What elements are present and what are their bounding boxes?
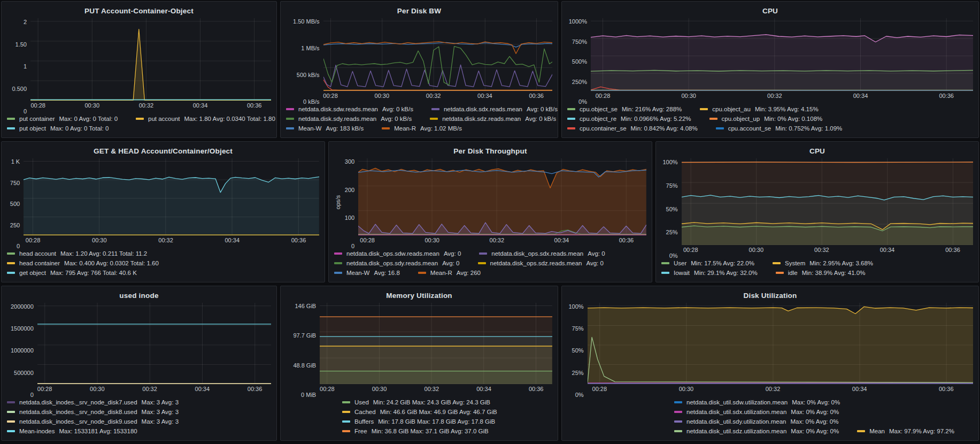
y-axis-title[interactable]: ops/s: [334, 158, 342, 246]
legend-item-free[interactable]: FreeMin: 36.8 GiB Max: 37.1 GiB Avg: 37.…: [342, 428, 489, 434]
panel-title[interactable]: Per Disk Throughput: [334, 145, 646, 158]
legend-item-netdata-disk-ops-sdw-reads-mean[interactable]: netdata.disk_ops.sdw.reads.meanAvg: 0: [334, 250, 461, 257]
legend-item-put-container[interactable]: put containerMax: 0 Avg: 0 Total: 0: [7, 116, 118, 122]
panel-title[interactable]: CPU: [661, 145, 973, 158]
x-axis[interactable]: 00:2800:3000:3200:3400:36: [37, 386, 271, 395]
legend-row[interactable]: netdata.disk_ops.sdw.reads.meanAvg: 0net…: [334, 249, 646, 258]
legend-item-user[interactable]: UserMin: 17.5% Avg: 22.0%: [661, 260, 754, 266]
legend[interactable]: netdata.disk.sdw.reads.meanAvg: 0 kB/sne…: [286, 102, 552, 133]
legend-row[interactable]: netdata.disk_ops.sdy.reads.meanAvg: 0net…: [334, 258, 646, 268]
dashboard-row[interactable]: PUT Account-Container-Object21.5010.5000…: [1, 1, 979, 138]
plot-column[interactable]: 00:2800:3000:3200:3400:36: [591, 18, 973, 102]
y-axis[interactable]: 146 GiB97.7 GiB48.8 GiB0 MiB: [286, 303, 320, 395]
y-axis[interactable]: 1 K7505002500: [7, 158, 24, 246]
chart-area[interactable]: 100%75%50%25%0%00:2800:3000:3200:3400:36: [661, 158, 973, 256]
legend-row[interactable]: FreeMin: 36.8 GiB Max: 37.1 GiB Avg: 37.…: [342, 426, 552, 436]
legend-item-netdata-disk-ops-sdy-reads-mean[interactable]: netdata.disk_ops.sdy.reads.meanAvg: 0: [334, 260, 460, 266]
plot-area[interactable]: [588, 303, 973, 384]
chart-area[interactable]: 100%75%50%25%0%00:2800:3000:3200:3400:36: [567, 303, 973, 395]
plot-area[interactable]: [591, 18, 973, 91]
legend-row[interactable]: Mean-WAvg: 16.8Mean-RAvg: 260: [334, 268, 646, 278]
legend-item-mean-inodes[interactable]: Mean-inodesMax: 1533181 Avg: 1533180: [7, 428, 137, 434]
legend-row[interactable]: netdata.disk_inodes._srv_node_disk9.used…: [7, 417, 271, 426]
legend[interactable]: put containerMax: 0 Avg: 0 Total: 0put a…: [7, 111, 271, 133]
legend-row[interactable]: netdata.disk_util.sdx.utilization.meanMa…: [674, 407, 973, 417]
legend[interactable]: UsedMin: 24.2 GiB Max: 24.3 GiB Avg: 24.…: [286, 395, 552, 436]
x-axis[interactable]: 00:2800:3000:3200:3400:36: [320, 386, 552, 395]
legend-item-netdata-disk-sdw-reads-mean[interactable]: netdata.disk.sdw.reads.meanAvg: 0 kB/s: [286, 106, 413, 112]
legend-row[interactable]: CachedMin: 46.6 GiB Max: 46.9 GiB Avg: 4…: [342, 407, 552, 417]
legend-item-netdata-disk-util-sdz-utilization-mean[interactable]: netdata.disk_util.sdz.utilization.meanMa…: [674, 428, 839, 434]
legend-row[interactable]: netdata.disk_inodes._srv_node_disk8.used…: [7, 407, 271, 417]
legend-item-cpu-container-se[interactable]: cpu.container_seMin: 0.842% Avg: 4.08%: [567, 125, 698, 132]
legend-item-netdata-disk-util-sdw-utilization-mean[interactable]: netdata.disk_util.sdw.utilization.meanMa…: [674, 399, 840, 405]
plot-area[interactable]: [24, 158, 319, 235]
legend-row[interactable]: get objectMax: 795 Avg: 766 Total: 40.6 …: [7, 268, 319, 278]
legend-item-mean-r[interactable]: Mean-RAvg: 260: [418, 270, 481, 276]
legend-item-system[interactable]: SystemMin: 2.95% Avg: 3.68%: [773, 260, 873, 266]
legend-item-cpu-object-re[interactable]: cpu.object_reMin: 0.0966% Avg: 5.22%: [567, 116, 691, 122]
legend-row[interactable]: netdata.disk_util.sdw.utilization.meanMa…: [674, 397, 973, 407]
plot-area[interactable]: [358, 158, 646, 235]
legend-item-cpu-object-au[interactable]: cpu.object_auMin: 3.95% Avg: 4.15%: [700, 106, 818, 112]
legend-row[interactable]: cpu.container_seMin: 0.842% Avg: 4.08%cp…: [567, 124, 973, 133]
legend-item-put-object[interactable]: put objectMax: 0 Avg: 0 Total: 0: [7, 125, 109, 132]
legend-item-used[interactable]: UsedMin: 24.2 GiB Max: 24.3 GiB Avg: 24.…: [342, 399, 490, 405]
legend[interactable]: UserMin: 17.5% Avg: 22.0%SystemMin: 2.95…: [661, 256, 973, 278]
legend-item-netdata-disk-inodes-srv-node-disk7-used[interactable]: netdata.disk_inodes._srv_node_disk7.used…: [7, 399, 179, 405]
legend-row[interactable]: head containerMax: 0.400 Avg: 0.0302 Tot…: [7, 258, 319, 268]
chart-area[interactable]: 200000015000001000000500000000:2800:3000…: [7, 303, 271, 395]
panel-title[interactable]: CPU: [567, 5, 973, 18]
chart-area[interactable]: 21.5010.500000:2800:3000:3200:3400:36: [7, 18, 271, 111]
legend-row[interactable]: Mean-WAvg: 183 kB/sMean-RAvg: 1.02 MB/s: [286, 124, 552, 133]
legend[interactable]: netdata.disk_util.sdw.utilization.meanMa…: [567, 395, 973, 436]
chart-area[interactable]: 146 GiB97.7 GiB48.8 GiB0 MiB00:2800:3000…: [286, 303, 552, 395]
legend-row[interactable]: UserMin: 17.5% Avg: 22.0%SystemMin: 2.95…: [661, 258, 973, 268]
y-axis[interactable]: 3002001000: [342, 158, 358, 246]
y-axis[interactable]: 100%75%50%25%0%: [567, 303, 588, 395]
x-axis[interactable]: 00:2800:3000:3200:3400:36: [682, 247, 973, 256]
plot-area[interactable]: [37, 303, 271, 384]
plot-column[interactable]: 00:2800:3000:3200:3400:36: [588, 303, 973, 395]
chart-area[interactable]: 1.50 MB/s1 MB/s500 kB/s0 kB/s00:2800:300…: [286, 18, 552, 102]
legend-row[interactable]: Mean-inodesMax: 1533181 Avg: 1533180: [7, 426, 271, 436]
panel-title[interactable]: used inode: [7, 289, 271, 303]
legend-row[interactable]: put containerMax: 0 Avg: 0 Total: 0put a…: [7, 114, 271, 124]
chart-area[interactable]: 1000%750%500%250%0%00:2800:3000:3200:340…: [567, 18, 973, 102]
chart-area[interactable]: ops/s300200100000:2800:3000:3200:3400:36: [334, 158, 646, 246]
legend-item-netdata-disk-ops-sdx-reads-mean[interactable]: netdata.disk_ops.sdx.reads.meanAvg: 0: [479, 250, 605, 257]
legend-item-netdata-disk-ops-sdz-reads-mean[interactable]: netdata.disk_ops.sdz.reads.meanAvg: 0: [478, 260, 604, 266]
legend-row[interactable]: netdata.disk.sdy.reads.meanAvg: 0 kB/sne…: [286, 114, 552, 124]
legend[interactable]: head accountMax: 1.20 Avg: 0.211 Total: …: [7, 246, 319, 278]
legend-item-head-container[interactable]: head containerMax: 0.400 Avg: 0.0302 Tot…: [7, 260, 159, 266]
legend-row[interactable]: cpu.object_reMin: 0.0966% Avg: 5.22%cpu.…: [567, 114, 973, 124]
legend-item-cached[interactable]: CachedMin: 46.6 GiB Max: 46.9 GiB Avg: 4…: [342, 409, 497, 415]
y-axis[interactable]: 1000%750%500%250%0%: [567, 18, 591, 102]
legend-item-mean-w[interactable]: Mean-WAvg: 183 kB/s: [286, 125, 364, 132]
y-axis[interactable]: 100%75%50%25%0%: [661, 158, 682, 256]
panel-title[interactable]: GET & HEAD Account/Container/Object: [7, 145, 319, 158]
plot-column[interactable]: 00:2800:3000:3200:3400:36: [323, 18, 552, 102]
legend-item-cpu-object-up[interactable]: cpu.object_upMin: 0% Avg: 0.108%: [709, 116, 823, 122]
plot-column[interactable]: 00:2800:3000:3200:3400:36: [320, 303, 552, 395]
legend-row[interactable]: netdata.disk.sdw.reads.meanAvg: 0 kB/sne…: [286, 104, 552, 114]
legend-item-mean-w[interactable]: Mean-WAvg: 16.8: [334, 270, 400, 276]
plot-area[interactable]: [682, 158, 973, 245]
legend-item-get-object[interactable]: get objectMax: 795 Avg: 766 Total: 40.6 …: [7, 270, 137, 276]
legend-item-netdata-disk-util-sdy-utilization-mean[interactable]: netdata.disk_util.sdy.utilization.meanMa…: [674, 418, 838, 425]
legend-item-netdata-disk-util-sdx-utilization-mean[interactable]: netdata.disk_util.sdx.utilization.meanMa…: [674, 409, 839, 415]
x-axis[interactable]: 00:2800:3000:3200:3400:36: [323, 93, 552, 102]
y-axis[interactable]: 2000000150000010000005000000: [7, 303, 37, 395]
legend-row[interactable]: BuffersMin: 17.8 GiB Max: 17.8 GiB Avg: …: [342, 417, 552, 426]
dashboard-row[interactable]: used inode200000015000001000000500000000…: [1, 286, 979, 441]
legend-row[interactable]: head accountMax: 1.20 Avg: 0.211 Total: …: [7, 249, 319, 258]
plot-column[interactable]: 00:2800:3000:3200:3400:36: [30, 18, 271, 111]
x-axis[interactable]: 00:2800:3000:3200:3400:36: [358, 237, 646, 246]
legend-row[interactable]: cpu.object_seMin: 216% Avg: 288%cpu.obje…: [567, 104, 973, 114]
plot-column[interactable]: 00:2800:3000:3200:3400:36: [37, 303, 271, 395]
legend-row[interactable]: IowaitMin: 29.1% Avg: 32.0%idleMin: 38.9…: [661, 268, 973, 278]
legend-item-netdata-disk-inodes-srv-node-disk8-used[interactable]: netdata.disk_inodes._srv_node_disk8.used…: [7, 409, 179, 415]
panel-title[interactable]: Memory Utilization: [286, 289, 552, 303]
x-axis[interactable]: 00:2800:3000:3200:3400:36: [24, 237, 319, 246]
legend-item-buffers[interactable]: BuffersMin: 17.8 GiB Max: 17.8 GiB Avg: …: [342, 418, 495, 425]
